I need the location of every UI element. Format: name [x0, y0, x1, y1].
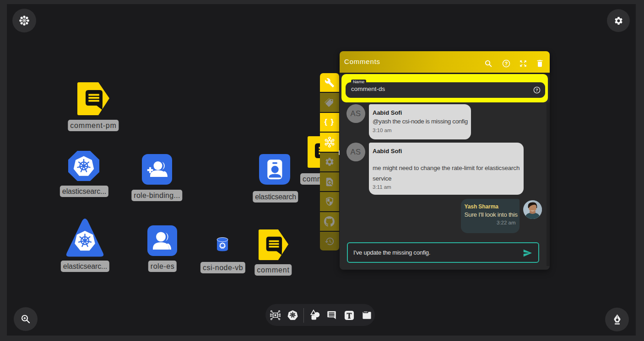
svg-text:?: ?: [536, 88, 538, 92]
svg-text:?: ?: [505, 60, 508, 66]
